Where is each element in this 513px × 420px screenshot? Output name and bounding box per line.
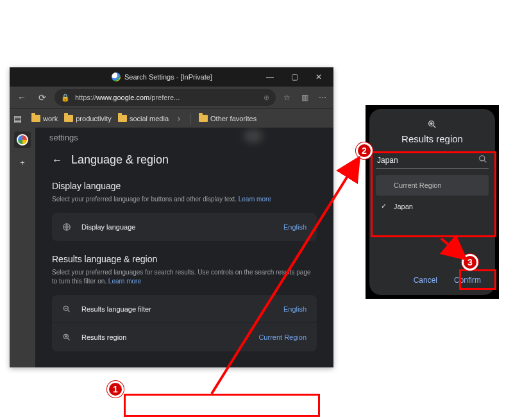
bookmarks-overflow-icon[interactable]: ›	[178, 114, 180, 123]
folder-icon	[118, 115, 127, 122]
annotation-highlight-3	[459, 269, 496, 290]
browser-window: Search Settings - [InPrivate] — ▢ ✕ ← ⟳ …	[10, 67, 333, 367]
svg-point-3	[65, 336, 67, 337]
card-value: Current Region	[258, 333, 307, 341]
annotation-badge-2: 2	[356, 142, 373, 159]
card-results-region[interactable]: Results region Current Region	[52, 323, 317, 351]
folder-icon	[64, 115, 73, 122]
bookmark-productivity[interactable]: productivity	[64, 115, 112, 122]
page-content: settings ← Language & region Display lan…	[35, 128, 333, 367]
card-value: English	[283, 223, 307, 231]
card-value: English	[283, 305, 307, 313]
card-display-language[interactable]: Display language English	[52, 213, 317, 241]
tab-actions-icon[interactable]: ▤	[13, 113, 25, 124]
google-icon	[112, 72, 121, 81]
lock-icon: 🔒	[61, 94, 70, 102]
bookmark-social-media[interactable]: social media	[118, 115, 169, 122]
section-results-lang-header: Results language & region	[52, 254, 317, 264]
section-results-lang-desc: Select your preferred languages for sear…	[52, 268, 317, 286]
maximize-button[interactable]: ▢	[282, 67, 307, 87]
minimize-button[interactable]: —	[258, 67, 282, 87]
close-button[interactable]: ✕	[307, 67, 331, 87]
back-button[interactable]: ←	[13, 89, 30, 106]
address-bar[interactable]: 🔒 https://www.google.com/prefere... ⊕	[55, 89, 276, 106]
window-titlebar: Search Settings - [InPrivate] — ▢ ✕	[10, 67, 333, 87]
annotation-highlight-2	[371, 151, 496, 237]
language-filter-icon	[62, 305, 74, 314]
learn-more-link-2[interactable]: Learn more	[108, 278, 141, 285]
vertical-tab-rail: +	[10, 128, 35, 367]
url-text: https://www.google.com/prefere...	[75, 94, 258, 101]
bookmark-work[interactable]: work	[31, 115, 58, 122]
new-tab-button[interactable]: +	[14, 155, 31, 171]
cancel-button[interactable]: Cancel	[407, 272, 444, 289]
page-title: Language & region	[71, 153, 169, 167]
learn-more-link[interactable]: Learn more	[239, 196, 271, 203]
vertical-tab-google[interactable]	[14, 131, 31, 148]
section-display-language-header: Display language	[52, 181, 317, 191]
folder-icon	[31, 115, 40, 122]
annotation-badge-1: 1	[107, 381, 124, 398]
dialog-title: Results region	[376, 133, 489, 144]
section-display-language-desc: Select your preferred language for butto…	[52, 195, 317, 204]
window-controls: — ▢ ✕	[258, 67, 331, 87]
folder-icon	[199, 115, 208, 122]
card-label: Display language	[81, 223, 135, 231]
settings-breadcrumb: settings	[49, 133, 78, 142]
region-icon	[376, 119, 489, 130]
blurred-avatar	[244, 129, 263, 143]
window-title: Search Settings - [InPrivate]	[124, 73, 212, 81]
search-in-url-icon[interactable]: ⊕	[264, 94, 269, 102]
svg-point-5	[430, 122, 432, 124]
card-results-language-filter[interactable]: Results language filter English	[52, 295, 317, 323]
card-label: Results region	[81, 333, 126, 341]
globe-icon	[62, 223, 74, 231]
google-icon	[17, 134, 28, 146]
browser-toolbar: ← ⟳ 🔒 https://www.google.com/prefere... …	[10, 87, 333, 108]
split-screen-icon[interactable]: ▥	[298, 93, 312, 102]
card-label: Results language filter	[81, 305, 151, 313]
favorite-icon[interactable]: ☆	[280, 93, 294, 102]
annotation-highlight-1	[124, 394, 320, 417]
bookmark-other-favorites[interactable]: Other favorites	[199, 115, 256, 122]
bookmarks-bar: ▤ work productivity social media › Other…	[10, 108, 333, 128]
back-arrow-icon[interactable]: ←	[52, 155, 62, 166]
more-icon[interactable]: ⋯	[315, 93, 330, 102]
region-icon	[62, 333, 74, 342]
annotation-badge-3: 3	[462, 254, 478, 271]
refresh-button[interactable]: ⟳	[34, 89, 51, 106]
